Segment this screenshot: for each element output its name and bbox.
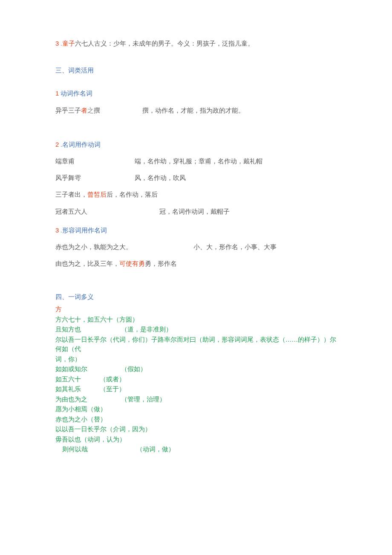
item-3-text: 六七人古义：少年，未成年的男子。今义：男孩子，泛指儿童。 xyxy=(75,40,254,47)
sub2-l3b: 曾皙后 xyxy=(87,191,107,198)
sub2-l2a: 风乎舞雩 xyxy=(55,173,133,183)
s4-fang: 方 xyxy=(55,305,337,314)
s4-l4: 如如或知尔 （假如） xyxy=(55,364,337,374)
sub1-line1: 异乎三子者之撰 撰，动作名，才能，指为政的才能。 xyxy=(55,106,337,116)
s4-l3b: 词，你） xyxy=(55,355,337,364)
s4-l6b: （至于） xyxy=(100,386,125,392)
sub3-title: 形容词用作名词 xyxy=(62,227,107,234)
sub3-line1: 赤也为之小，孰能为之大。 小、大，形作名，小事、大事 xyxy=(55,242,337,252)
sub2-l3c: 后，名作动，落后 xyxy=(107,191,158,198)
sub2-line1: 端章甫 端，名作幼，穿礼服；章甫，名作动，戴礼帽 xyxy=(55,157,337,166)
sub2-l4a: 冠者五六人 xyxy=(55,207,158,217)
s4-l12a: 则何以哉 xyxy=(62,446,88,453)
item-3-keyword: 童子 xyxy=(62,40,75,47)
s4-l7a: 为由也为之 xyxy=(55,395,119,404)
section-4-content: 方 方六七十，如五六十（方圆） 且知方也 （道，是非准则） 尔以吾一日长乎尔（代… xyxy=(55,305,337,454)
subsection-3-1-title: 1 动词作名词 xyxy=(55,88,337,99)
s4-l9: 赤也为之小（替） xyxy=(55,415,337,424)
s4-l2b: （道，是非准则） xyxy=(121,326,172,333)
sub3-l1a: 赤也为之小，孰能为之大。 xyxy=(55,242,192,252)
sub2-line2: 风乎舞雩 风，名作动，吹风 xyxy=(55,173,337,183)
item-3-tongzi: 3 .童子六七人古义：少年，未成年的男子。今义：男孩子，泛指儿童。 xyxy=(55,38,337,49)
s4-l11: 毋吾以也（动词，认为） xyxy=(55,435,337,444)
sub3-dot: . xyxy=(59,227,62,234)
s4-l6a: 如其礼乐 xyxy=(55,384,98,394)
subsection-3-2-title: 2 .名词用作动词 xyxy=(55,139,337,150)
sub2-l2b: 风，名作动，吹风 xyxy=(135,174,186,181)
s4-l8: 愿为小相焉（做） xyxy=(55,404,337,414)
sub1-l1c: 之 xyxy=(87,107,94,114)
s4-l5b: （或者） xyxy=(100,376,125,383)
s4-l10: 以以吾一日长乎尔（介词，因为） xyxy=(55,424,337,434)
s4-l4a: 如如或知尔 xyxy=(55,364,119,374)
sub3-line2: 由也为之，比及三年，可使有勇勇，形作名 xyxy=(55,259,337,269)
sub3-l2b: 可使有勇 xyxy=(119,260,145,267)
s4-l12: 则何以哉 （动词，做） xyxy=(62,445,337,454)
sub2-l1a: 端章甫 xyxy=(55,157,133,166)
sub2-l3a: 三子者出， xyxy=(55,191,87,198)
sub1-title: 动词作名词 xyxy=(59,90,92,97)
sub3-l2a: 由也为之，比及三年， xyxy=(55,260,119,267)
s4-l5a: 如五六十 xyxy=(55,375,98,384)
s4-l2: 且知方也 （道，是非准则） xyxy=(55,325,337,334)
sub2-line4: 冠者五六人 冠，名词作动词，戴帽子 xyxy=(55,207,337,217)
s4-l7: 为由也为之 （管理，治理） xyxy=(55,395,337,404)
subsection-3-3-title: 3 .形容词用作名词 xyxy=(55,225,337,235)
section-3-title: 三、词类活用 xyxy=(55,66,337,76)
s4-l6: 如其礼乐 （至于） xyxy=(55,384,337,394)
s4-l4b: （假如） xyxy=(121,366,147,372)
sub1-l1e: 撰，动作名，才能，指为政的才能。 xyxy=(142,107,245,114)
s4-l1: 方六七十，如五六十（方圆） xyxy=(55,315,337,324)
sub3-l1b: 小、大，形作名，小事、大事 xyxy=(193,244,277,250)
sub2-line3: 三子者出，曾皙后后，名作动，落后 xyxy=(55,190,337,200)
s4-l3: 尔以吾一日长乎尔（代词，你们）子路率尔而对曰（助词，形容词词尾，表状态（……的样… xyxy=(55,335,337,354)
sub1-l1d: 撰 xyxy=(94,107,100,114)
s4-l5: 如五六十 （或者） xyxy=(55,375,337,384)
sub2-title: 名词用作动词 xyxy=(62,141,101,148)
section-4-title: 四、一词多义 xyxy=(55,292,337,302)
sub2-l4b: 冠，名词作动词，戴帽子 xyxy=(159,208,230,215)
s4-l2a: 且知方也 xyxy=(55,325,119,334)
sub2-l1b: 端，名作幼，穿礼服；章甫，名作动，戴礼帽 xyxy=(135,158,262,165)
item-3-dot: . xyxy=(59,40,62,47)
sub1-l1a: 异乎三子 xyxy=(55,107,81,114)
sub1-l1b: 者 xyxy=(81,107,87,114)
s4-l7b: （管理，治理） xyxy=(121,396,166,403)
sub2-dot: . xyxy=(59,141,62,148)
s4-l12b: （动词，做） xyxy=(136,446,175,453)
sub3-l2c: 勇，形作名 xyxy=(145,260,177,267)
